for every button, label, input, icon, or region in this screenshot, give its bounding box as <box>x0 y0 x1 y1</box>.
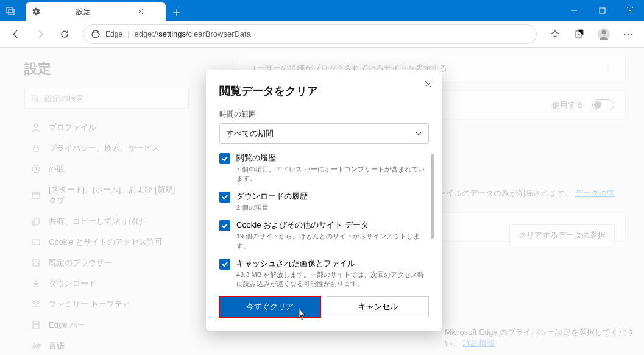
option-title: Cookie およびその他のサイト データ <box>236 220 429 231</box>
cancel-button[interactable]: キャンセル <box>327 296 429 317</box>
dialog-close-button[interactable] <box>424 80 433 88</box>
clear-now-button[interactable]: 今すぐクリア <box>219 296 320 317</box>
edge-label: Edge <box>105 30 122 38</box>
option-desc: 43.3 MB を解放します。一部のサイトでは、次回のアクセス時に読み込みが遅く… <box>236 270 429 289</box>
profile-avatar[interactable] <box>593 23 615 45</box>
browser-tab[interactable]: 設定 <box>26 2 166 21</box>
tab-title: 設定 <box>76 7 116 17</box>
checkbox-checked[interactable] <box>219 192 230 203</box>
svg-rect-2 <box>600 8 605 13</box>
address-bar[interactable]: Edge | edge://settings/clearBrowserData <box>83 24 537 44</box>
option-title: キャッシュされた画像とファイル <box>236 258 429 269</box>
option-title: 閲覧の履歴 <box>236 152 429 163</box>
clear-data-option[interactable]: ダウンロードの履歴2 個の項目 <box>219 191 429 212</box>
collections-icon[interactable] <box>568 23 590 45</box>
time-range-label: 時間の範囲 <box>219 109 429 120</box>
gear-icon <box>32 7 71 16</box>
svg-rect-1 <box>9 9 14 15</box>
toolbar: Edge | edge://settings/clearBrowserData <box>0 21 644 48</box>
clear-data-dialog: 閲覧データをクリア 時間の範囲 すべての期間 閲覧の履歴7 個の項目。アドレス … <box>206 70 442 331</box>
clear-data-option[interactable]: Cookie およびその他のサイト データ19 個のサイトから。ほとんどのサイト… <box>219 220 429 251</box>
svg-point-7 <box>624 33 626 35</box>
clear-data-option[interactable]: 閲覧の履歴7 個の項目。アドレス バーにオートコンプリートが含まれています。 <box>219 152 429 184</box>
close-window-button[interactable] <box>616 0 644 21</box>
titlebar: 設定 <box>0 0 644 21</box>
svg-point-6 <box>602 30 606 34</box>
svg-point-9 <box>631 33 633 35</box>
more-menu-button[interactable] <box>617 23 639 45</box>
checkbox-checked[interactable] <box>219 220 230 231</box>
svg-point-3 <box>92 30 99 38</box>
scrollbar[interactable] <box>431 154 434 239</box>
dialog-title: 閲覧データをクリア <box>219 84 429 98</box>
forward-button[interactable] <box>29 23 51 45</box>
close-tab-icon[interactable] <box>120 7 160 16</box>
checkbox-checked[interactable] <box>219 259 230 270</box>
svg-rect-0 <box>7 7 12 13</box>
option-desc: 7 個の項目。アドレス バーにオートコンプリートが含まれています。 <box>236 165 429 184</box>
svg-point-8 <box>628 33 629 35</box>
refresh-button[interactable] <box>54 23 76 45</box>
chevron-down-icon <box>415 130 422 137</box>
edge-icon <box>91 29 101 39</box>
favorites-star-icon[interactable] <box>544 23 566 45</box>
maximize-button[interactable] <box>588 0 616 21</box>
back-button[interactable] <box>5 23 27 45</box>
new-tab-button[interactable] <box>168 4 185 21</box>
option-desc: 2 個の項目 <box>236 203 308 212</box>
option-desc: 19 個のサイトから。ほとんどのサイトからサインアウトします。 <box>236 232 429 251</box>
url-text: edge://settings/clearBrowserData <box>134 29 251 38</box>
clear-data-option[interactable]: キャッシュされた画像とファイル43.3 MB を解放します。一部のサイトでは、次… <box>219 258 429 289</box>
tab-actions-icon[interactable] <box>0 0 21 21</box>
time-range-dropdown[interactable]: すべての期間 <box>219 123 429 144</box>
option-title: ダウンロードの履歴 <box>236 191 308 202</box>
time-range-value: すべての期間 <box>226 128 274 139</box>
minimize-button[interactable] <box>560 0 588 21</box>
checkbox-checked[interactable] <box>219 153 230 164</box>
